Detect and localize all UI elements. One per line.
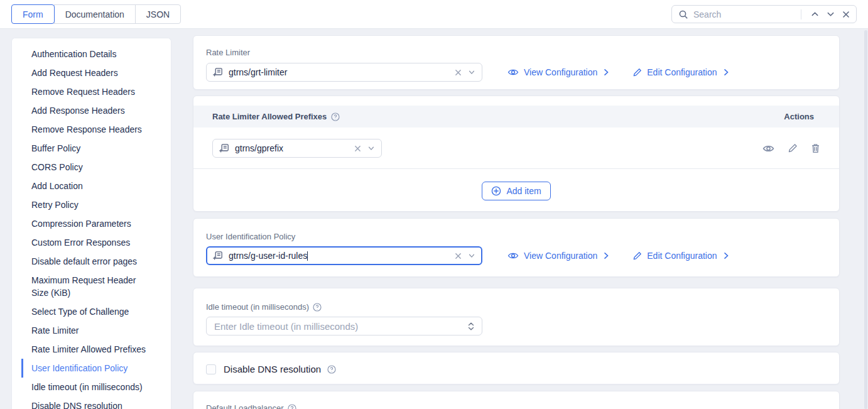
sidebar-item-retry-policy[interactable]: Retry Policy xyxy=(21,195,165,214)
eye-icon xyxy=(507,251,519,260)
sidebar-item-compression-parameters[interactable]: Compression Parameters xyxy=(21,214,165,233)
sidebar-item-add-location[interactable]: Add Location xyxy=(21,177,165,195)
rate-limiter-label: Rate Limiter xyxy=(206,48,827,57)
user-identification-policy-card: User Identification Policy gtrns/g-user-… xyxy=(193,218,840,277)
pencil-icon xyxy=(632,68,642,77)
help-icon[interactable] xyxy=(331,112,340,121)
default-loadbalancer-card: Default Loadbalancer xyxy=(193,391,840,409)
idle-timeout-label: Idle timeout (in milliseconds) xyxy=(206,302,309,312)
sidebar-item-rate-limiter[interactable]: Rate Limiter xyxy=(21,321,165,340)
chevron-right-icon xyxy=(602,68,610,76)
edit-row-icon[interactable] xyxy=(788,143,798,153)
idle-timeout-card: Idle timeout (in milliseconds) xyxy=(193,288,840,346)
reference-icon xyxy=(219,143,229,153)
rate-limiter-value: gtrns/grt-limiter xyxy=(229,67,455,77)
view-tabs: Form Documentation JSON xyxy=(11,4,181,24)
disable-dns-checkbox[interactable] xyxy=(206,364,216,374)
sidebar-item-disable-dns-resolution[interactable]: Disable DNS resolution xyxy=(21,396,165,409)
user-id-policy-label: User Identification Policy xyxy=(206,232,827,241)
search-prev-icon[interactable] xyxy=(807,10,823,18)
search-icon xyxy=(678,9,688,19)
idle-timeout-input-wrap xyxy=(206,317,482,335)
chevron-down-icon[interactable] xyxy=(468,68,475,76)
add-item-button[interactable]: Add item xyxy=(482,182,550,200)
user-id-policy-select[interactable]: gtrns/g-user-id-rules xyxy=(206,246,482,265)
help-icon[interactable] xyxy=(313,303,322,312)
sidebar-item-buffer-policy[interactable]: Buffer Policy xyxy=(21,139,165,158)
form-section-nav: Authentication Details Add Request Heade… xyxy=(11,38,171,409)
text-cursor xyxy=(307,251,308,261)
search-box[interactable] xyxy=(671,5,857,23)
prefix-row: gtrns/gprefix xyxy=(193,128,839,168)
sidebar-item-custom-error-responses[interactable]: Custom Error Responses xyxy=(21,233,165,252)
rate-limiter-card: Rate Limiter gtrns/grt-limiter xyxy=(193,35,840,90)
prefix-value: gtrns/gprefix xyxy=(235,143,354,153)
edit-configuration-link[interactable]: Edit Configuration xyxy=(632,251,729,261)
tab-documentation[interactable]: Documentation xyxy=(54,4,136,24)
sidebar-item-cors-policy[interactable]: CORS Policy xyxy=(21,158,165,177)
number-stepper[interactable] xyxy=(468,322,474,330)
allowed-prefixes-title: Rate Limiter Allowed Prefixes xyxy=(212,112,327,121)
eye-icon xyxy=(507,68,519,77)
clear-selection-icon[interactable] xyxy=(455,253,462,259)
chevron-down-icon[interactable] xyxy=(367,145,375,152)
row-actions xyxy=(762,143,820,153)
top-bar: Form Documentation JSON xyxy=(0,0,868,29)
sidebar-item-user-identification-policy[interactable]: User Identification Policy xyxy=(21,359,165,378)
search-close-icon[interactable] xyxy=(838,11,850,18)
clear-selection-icon[interactable] xyxy=(354,145,361,152)
help-icon[interactable] xyxy=(327,365,336,374)
view-configuration-link[interactable]: View Configuration xyxy=(507,251,610,261)
sidebar-item-remove-response-headers[interactable]: Remove Response Headers xyxy=(21,120,165,139)
sidebar-item-select-type-of-challenge[interactable]: Select Type of Challenge xyxy=(21,302,165,321)
view-configuration-link[interactable]: View Configuration xyxy=(507,67,610,77)
reference-icon xyxy=(213,251,223,261)
tab-json[interactable]: JSON xyxy=(135,4,181,24)
chevron-right-icon xyxy=(722,252,730,259)
user-id-policy-value: gtrns/g-user-id-rules xyxy=(229,251,307,261)
chevron-right-icon xyxy=(602,252,610,259)
allowed-prefixes-card: Rate Limiter Allowed Prefixes Actions xyxy=(193,95,840,212)
disable-dns-label: Disable DNS resolution xyxy=(224,364,321,374)
sidebar-item-max-request-header-size[interactable]: Maximum Request Header Size (KiB) xyxy=(21,271,153,302)
help-icon[interactable] xyxy=(288,404,296,409)
prefix-select[interactable]: gtrns/gprefix xyxy=(212,139,382,158)
search-divider xyxy=(801,9,801,19)
allowed-prefixes-table-header: Rate Limiter Allowed Prefixes Actions xyxy=(193,106,839,128)
disable-dns-card: Disable DNS resolution xyxy=(193,352,840,384)
clear-selection-icon[interactable] xyxy=(455,69,462,76)
search-input[interactable] xyxy=(693,9,798,19)
actions-column-header: Actions xyxy=(784,112,814,121)
plus-circle-icon xyxy=(491,186,501,196)
sidebar-item-idle-timeout[interactable]: Idle timeout (in milliseconds) xyxy=(21,378,165,396)
idle-timeout-input[interactable] xyxy=(214,321,468,332)
edit-configuration-link[interactable]: Edit Configuration xyxy=(632,67,729,77)
chevron-right-icon xyxy=(722,68,730,76)
sidebar-item-remove-request-headers[interactable]: Remove Request Headers xyxy=(21,82,165,101)
sidebar-item-authentication-details[interactable]: Authentication Details xyxy=(21,45,165,63)
view-row-icon[interactable] xyxy=(762,144,774,153)
delete-row-icon[interactable] xyxy=(811,143,820,153)
pencil-icon xyxy=(632,251,642,261)
default-loadbalancer-label: Default Loadbalancer xyxy=(206,403,284,409)
search-next-icon[interactable] xyxy=(823,10,838,18)
rate-limiter-select[interactable]: gtrns/grt-limiter xyxy=(206,63,482,82)
chevron-down-icon[interactable] xyxy=(468,252,475,259)
sidebar-item-add-request-headers[interactable]: Add Request Headers xyxy=(21,63,165,82)
tab-form[interactable]: Form xyxy=(11,4,55,24)
vertical-scrollbar[interactable] xyxy=(864,30,867,409)
sidebar-item-add-response-headers[interactable]: Add Response Headers xyxy=(21,101,165,120)
sidebar-item-rate-limiter-allowed-prefixes[interactable]: Rate Limiter Allowed Prefixes xyxy=(21,340,165,359)
reference-icon xyxy=(213,67,223,77)
form-content: Rate Limiter gtrns/grt-limiter xyxy=(193,35,840,409)
sidebar-item-disable-default-error-pages[interactable]: Disable default error pages xyxy=(21,252,165,271)
